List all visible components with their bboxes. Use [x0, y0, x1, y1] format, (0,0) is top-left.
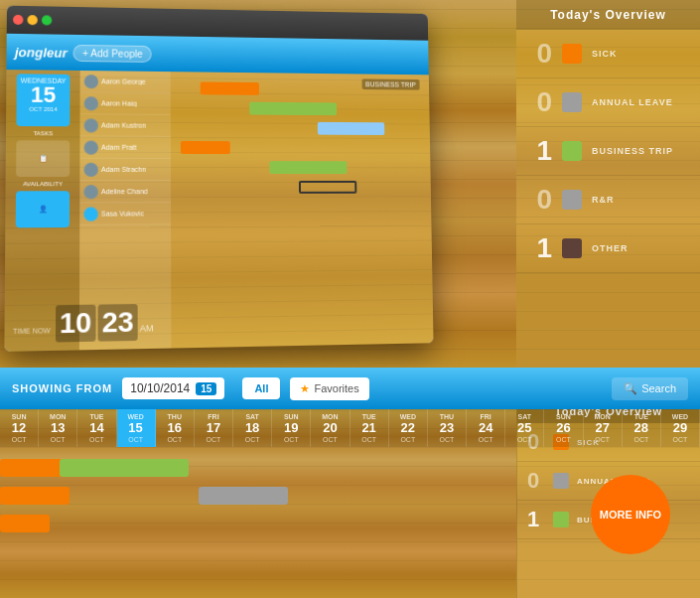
overview-rnr: 0 R&R — [516, 176, 700, 224]
event-bar — [181, 141, 230, 154]
overview-sick: 0 SICK — [516, 30, 700, 78]
event-bar — [249, 102, 337, 115]
cal-day-tue28[interactable]: TUE 28 OCT — [623, 409, 661, 447]
rnr-label: R&R — [592, 195, 615, 205]
event-bar-gray-1 — [199, 487, 288, 505]
star-icon: ★ — [300, 382, 310, 395]
all-button[interactable]: All — [242, 377, 280, 399]
favorites-label: Favorites — [314, 382, 358, 394]
list-item[interactable]: Adeline Chand — [79, 181, 171, 203]
date-input[interactable]: 10/10/2014 15 — [122, 377, 224, 399]
avatar — [83, 185, 97, 199]
calendar-content — [0, 447, 516, 598]
avatar — [84, 140, 98, 154]
rnr-count: 0 — [528, 184, 552, 216]
cal-day-sat25[interactable]: SAT 25 OCT — [505, 409, 544, 447]
other-label: OTHER — [592, 243, 629, 253]
business-count: 1 — [528, 135, 552, 167]
add-people-button[interactable]: + Add People — [73, 44, 152, 62]
person-name: Adam Pratt — [101, 144, 137, 151]
favorites-button[interactable]: ★ Favorites — [290, 377, 368, 400]
showing-from-label: SHOWING FROM — [12, 382, 112, 394]
month-year: OCT 2014 — [17, 106, 70, 112]
business-box-bottom — [553, 512, 569, 527]
overview-annual: 0 ANNUAL LEAVE — [516, 78, 700, 127]
minimize-button[interactable] — [27, 15, 37, 25]
sick-label: SICK — [592, 49, 618, 59]
cal-day-tue14[interactable]: TUE 14 OCT — [77, 409, 116, 447]
cal-day-thu16[interactable]: THU 16 OCT — [156, 409, 195, 447]
list-item[interactable]: Adam Strachn — [79, 159, 171, 181]
bottom-section: SHOWING FROM 10/10/2014 15 All ★ Favorit… — [0, 368, 700, 598]
other-count: 1 — [528, 232, 552, 264]
cal-day-fri24[interactable]: FRI 24 OCT — [467, 409, 505, 447]
event-bar-green-1 — [60, 459, 189, 477]
event-label: BUSINESS TRIP — [361, 78, 419, 89]
app-toolbar: jongleur + Add People — [6, 34, 428, 75]
sick-count: 0 — [528, 38, 552, 70]
business-label: BUSINESS TRIP — [592, 146, 673, 156]
annual-count-bottom: 0 — [527, 468, 545, 494]
annual-color — [562, 92, 582, 112]
person-name: Adam Kustron — [101, 121, 146, 128]
close-button[interactable] — [13, 15, 23, 25]
calendar-bars-area: BUSINESS TRIP — [171, 72, 434, 348]
avatar — [84, 96, 98, 110]
list-item[interactable]: Aaron George — [80, 71, 171, 93]
bottom-header-bar: SHOWING FROM 10/10/2014 15 All ★ Favorit… — [0, 368, 700, 409]
app-screen: jongleur + Add People WEDNESDAY 15 OCT 2… — [4, 6, 433, 352]
availability-icon[interactable]: 👤 — [16, 191, 70, 227]
event-bar — [201, 81, 259, 94]
search-button[interactable]: 🔍 Search — [612, 377, 688, 400]
day-number: 15 — [17, 83, 70, 106]
top-section: jongleur + Add People WEDNESDAY 15 OCT 2… — [0, 0, 700, 368]
person-name: Adam Strachn — [101, 166, 146, 173]
cal-day-mon20[interactable]: MON 20 OCT — [311, 409, 350, 447]
person-name: Aaron George — [101, 77, 146, 84]
cal-day-tue21[interactable]: TUE 21 OCT — [350, 409, 389, 447]
event-bar — [299, 181, 356, 194]
time-display: TIME NOW 10 23 AM — [13, 304, 154, 344]
tasks-icon[interactable]: 📋 — [16, 140, 70, 177]
cal-day-fri17[interactable]: FRI 17 OCT — [195, 409, 233, 447]
event-bar-orange-2 — [0, 487, 70, 505]
sick-color — [562, 44, 582, 64]
cal-day-wed22[interactable]: WED 22 OCT — [389, 409, 428, 447]
event-bar-orange-3 — [0, 515, 50, 532]
business-count-bottom: 1 — [527, 507, 545, 532]
avatar — [83, 207, 97, 221]
overview-title: Today's Overview — [516, 0, 700, 30]
overview-panel-top: Today's Overview 0 SICK 0 ANNUAL LEAVE 1… — [516, 0, 700, 368]
date-box: WEDNESDAY 15 OCT 2014 — [16, 74, 70, 126]
cal-day-wed15[interactable]: WED 15 OCT — [117, 409, 156, 447]
list-item[interactable]: Aaron Haig — [80, 92, 171, 115]
avatar — [84, 118, 98, 132]
cal-day-mon27[interactable]: MON 27 OCT — [584, 409, 623, 447]
business-color — [562, 141, 582, 161]
more-info-label: MORE INFO — [600, 508, 661, 522]
more-info-button[interactable]: MORE INFO — [591, 475, 670, 554]
list-item[interactable]: Adam Pratt — [79, 136, 170, 158]
cal-day-wed29[interactable]: WED 29 OCT — [661, 409, 700, 447]
cal-day-mon13[interactable]: MON 13 OCT — [39, 409, 77, 447]
cal-day-sun12[interactable]: SUN 12 OCT — [0, 409, 39, 447]
time-minute: 23 — [97, 304, 137, 342]
overview-business: 1 BUSINESS TRIP — [516, 127, 700, 176]
date-badge: 15 — [196, 382, 216, 395]
time-hour: 10 — [56, 305, 96, 343]
cal-day-sun19[interactable]: SUN 19 OCT — [272, 409, 311, 447]
list-item[interactable]: Sasa Vukovic — [79, 203, 171, 225]
time-ampm: AM — [140, 323, 154, 333]
maximize-button[interactable] — [42, 15, 52, 25]
time-label: TIME NOW — [13, 327, 51, 335]
overview-other: 1 OTHER — [516, 224, 700, 273]
cal-day-sat18[interactable]: SAT 18 OCT — [233, 409, 272, 447]
list-item[interactable]: Adam Kustron — [79, 114, 170, 137]
app-logo: jongleur — [15, 44, 68, 60]
cal-day-sun26[interactable]: SUN 26 OCT — [544, 409, 583, 447]
cal-day-thu23[interactable]: THU 23 OCT — [428, 409, 467, 447]
person-name: Adeline Chand — [101, 188, 148, 195]
date-value: 10/10/2014 — [130, 381, 190, 395]
rnr-color — [562, 190, 582, 210]
event-bar — [318, 122, 385, 135]
